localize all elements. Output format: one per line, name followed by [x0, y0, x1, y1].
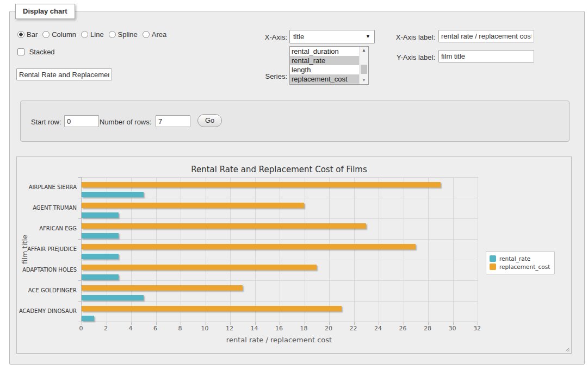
legend-label: rental_rate	[499, 255, 530, 262]
row-range-panel: Start row: Number of rows: Go	[20, 101, 570, 142]
x-axis-label-input[interactable]	[438, 30, 534, 42]
gridline-horizontal	[82, 198, 478, 198]
gridline-horizontal	[82, 301, 478, 302]
x-axis-tick-label: 22	[343, 325, 364, 332]
x-axis-label-field-label: X-Axis label:	[384, 33, 435, 41]
chart-type-option-spline[interactable]: Spline	[109, 30, 138, 39]
y-axis-category-label: ACADEMY DINOSAUR	[18, 308, 77, 314]
chart-type-radio-spline[interactable]	[109, 31, 116, 38]
go-button[interactable]: Go	[197, 114, 222, 127]
gridline-vertical	[206, 177, 206, 322]
x-axis-tick-label: 2	[95, 325, 117, 332]
chart-legend: rental_ratereplacement_cost	[486, 251, 555, 274]
x-axis-tick-label: 28	[417, 325, 438, 332]
bar-rental_rate	[82, 316, 94, 321]
x-axis-title: rental rate / replacement cost	[81, 336, 477, 344]
display-chart-fieldset-legend: Display chart	[15, 4, 75, 19]
series-listbox-label: Series:	[238, 72, 287, 80]
scrollbar-thumb[interactable]	[361, 65, 367, 74]
legend-swatch	[490, 264, 496, 270]
chart-type-option-label: Bar	[27, 30, 38, 39]
chart-type-option-label: Line	[90, 30, 104, 39]
bar-rental_rate	[82, 233, 119, 239]
gridline-vertical	[453, 177, 454, 322]
stacked-checkbox[interactable]	[17, 48, 24, 55]
chart-type-option-line[interactable]: Line	[81, 30, 104, 39]
series-option-replacement_cost[interactable]: replacement_cost	[290, 74, 359, 84]
legend-item-replacement_cost[interactable]: replacement_cost	[490, 264, 550, 270]
legend-swatch	[490, 255, 496, 262]
x-axis-tick-label: 10	[194, 325, 216, 332]
series-scrollbar[interactable]: ▲ ▼	[359, 47, 368, 84]
gridline-horizontal	[82, 260, 478, 260]
bar-replacement_cost	[82, 306, 342, 311]
series-option-length[interactable]: length	[290, 65, 359, 74]
chart-type-option-bar[interactable]: Bar	[17, 30, 38, 39]
x-axis-select[interactable]: title ▼	[289, 30, 375, 43]
gridline-vertical	[478, 177, 478, 322]
gridline-vertical	[156, 177, 157, 322]
page: Display chart BarColumnLineSplineArea St…	[0, 0, 588, 370]
bar-replacement_cost	[82, 265, 317, 270]
start-row-label: Start row:	[31, 118, 61, 126]
chart-type-radio-area[interactable]	[143, 31, 150, 38]
bar-replacement_cost	[82, 223, 366, 229]
y-axis-category-label: ADAPTATION HOLES	[18, 267, 77, 273]
chart-type-option-area[interactable]: Area	[143, 30, 166, 39]
chart-type-radio-column[interactable]	[42, 31, 49, 38]
gridline-vertical	[404, 177, 404, 322]
x-axis-tick-label: 24	[367, 325, 389, 332]
scroll-up-icon[interactable]: ▲	[360, 47, 368, 54]
bar-rental_rate	[82, 192, 144, 197]
x-axis-selected-value: title	[293, 33, 304, 41]
y-axis-category-label: AIRPLANE SIERRA	[18, 184, 77, 190]
chart-type-radio-bar[interactable]	[17, 31, 24, 38]
y-axis-label-input[interactable]	[438, 50, 534, 62]
legend-item-rental_rate[interactable]: rental_rate	[490, 255, 550, 262]
chart-type-option-label: Spline	[118, 30, 138, 39]
num-rows-input[interactable]	[156, 115, 190, 127]
gridline-vertical	[428, 177, 429, 322]
chart-type-group: BarColumnLineSplineArea	[17, 30, 171, 39]
bar-rental_rate	[82, 254, 119, 259]
y-axis-tick	[78, 280, 81, 281]
scroll-down-icon[interactable]: ▼	[360, 77, 368, 84]
gridline-vertical	[329, 177, 330, 322]
chart-type-option-column[interactable]: Column	[42, 30, 76, 39]
y-axis-tick	[78, 322, 81, 322]
y-axis-tick	[78, 301, 81, 302]
plot-area	[81, 177, 478, 322]
chart-type-radio-line[interactable]	[81, 31, 88, 38]
stacked-option[interactable]: Stacked	[17, 48, 55, 56]
series-listbox[interactable]: rental_durationrental_ratelengthreplacem…	[289, 46, 369, 85]
gridline-vertical	[255, 177, 256, 322]
y-axis-category-label: AFRICAN EGG	[18, 225, 77, 231]
start-row-input[interactable]	[64, 115, 99, 127]
x-axis-tick-label: 0	[70, 325, 92, 332]
num-rows-label: Number of rows:	[100, 118, 151, 126]
chart-title: Rental Rate and Replacement Cost of Film…	[81, 165, 477, 174]
legend-label: replacement_cost	[499, 264, 550, 270]
x-axis-tick-label: 4	[120, 325, 141, 332]
y-axis-category-label: AFFAIR PREJUDICE	[18, 246, 77, 252]
series-option-rental_rate[interactable]: rental_rate	[290, 56, 359, 65]
gridline-vertical	[354, 177, 355, 322]
y-axis-tick	[78, 198, 81, 198]
gridline-vertical	[230, 177, 231, 322]
x-axis-tick-label: 32	[466, 325, 488, 332]
chart-title-input[interactable]	[16, 68, 112, 80]
bar-replacement_cost	[82, 244, 416, 249]
x-axis-tick-label: 14	[244, 325, 265, 332]
resize-grip-icon[interactable]	[564, 346, 571, 353]
series-option-rental_duration[interactable]: rental_duration	[290, 47, 359, 56]
bar-rental_rate	[82, 295, 144, 300]
gridline-vertical	[379, 177, 379, 322]
gridline-vertical	[181, 177, 181, 322]
y-axis-category-label: ACE GOLDFINGER	[18, 287, 77, 293]
y-axis-category-label: AGENT TRUMAN	[18, 205, 77, 211]
series-listbox-options: rental_durationrental_ratelengthreplacem…	[290, 47, 368, 84]
stacked-label: Stacked	[29, 48, 55, 56]
x-axis-tick-label: 26	[392, 325, 414, 332]
bar-replacement_cost	[82, 203, 304, 208]
y-axis-tick	[78, 218, 81, 219]
